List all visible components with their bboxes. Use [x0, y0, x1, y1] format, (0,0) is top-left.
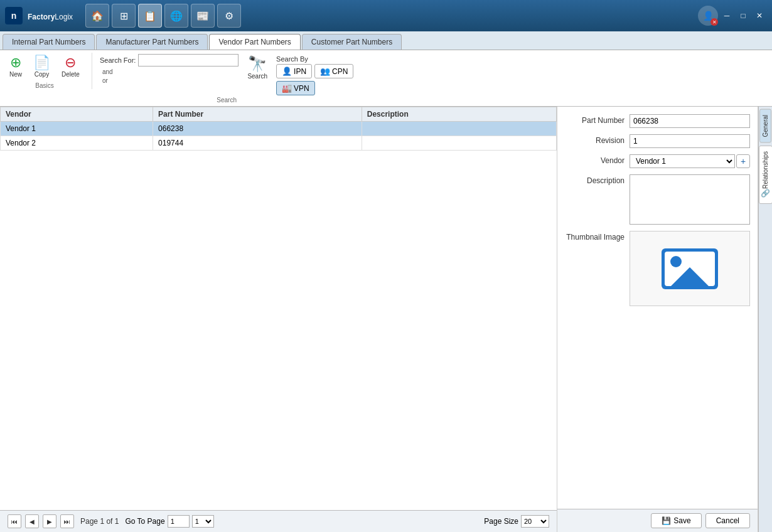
- page-label: Page: [80, 517, 98, 526]
- side-tabs: General 🔗Relationships: [758, 107, 772, 532]
- cancel-button[interactable]: Cancel: [705, 513, 750, 528]
- revision-label: Revision: [565, 134, 625, 145]
- close-button[interactable]: ✕: [752, 8, 767, 23]
- nav-settings[interactable]: ⚙: [217, 4, 241, 28]
- relationships-icon: 🔗: [761, 189, 770, 198]
- data-area: Vendor Part Number Description Vendor 1 …: [0, 107, 772, 532]
- cell-vendor: Vendor 1: [1, 122, 153, 136]
- table-row[interactable]: Vendor 2 019744: [1, 136, 557, 151]
- search-button[interactable]: 🔭 Search: [244, 54, 271, 81]
- description-textarea[interactable]: [630, 174, 750, 225]
- copy-button[interactable]: 📄 Copy: [29, 53, 55, 81]
- restore-button[interactable]: □: [736, 8, 751, 23]
- col-description: Description: [362, 107, 556, 122]
- of-label: of: [106, 517, 112, 526]
- toolbar-search-group: Search For: and or 🔭 Search Search By: [100, 53, 362, 104]
- tab-vendor[interactable]: Vendor Part Numbers: [209, 34, 300, 50]
- cancel-label: Cancel: [716, 516, 739, 525]
- col-part-number: Part Number: [153, 107, 362, 122]
- nav-report[interactable]: 📰: [191, 4, 215, 28]
- goto-label: Go To Page: [125, 517, 164, 526]
- new-icon: ⊕: [10, 56, 21, 70]
- page-info: Page 1 of 1: [80, 517, 119, 526]
- search-for-row: Search For:: [100, 54, 239, 66]
- description-label: Description: [565, 174, 625, 185]
- new-label: New: [9, 71, 22, 78]
- next-page-button[interactable]: ▶: [43, 514, 56, 528]
- search-fields: Search For: and or: [100, 54, 239, 84]
- minimize-button[interactable]: ─: [719, 8, 734, 23]
- search-for-label: Search For:: [100, 56, 136, 64]
- thumbnail-row: Thumbnail Image: [565, 231, 750, 306]
- search-or-row: or: [100, 77, 239, 84]
- titlebar: n FactoryLogix 🏠 ⊞ 📋 🌐 📰 ⚙ 👤✕ ─ □ ✕: [0, 0, 772, 31]
- table-area: Vendor Part Number Description Vendor 1 …: [0, 107, 557, 532]
- table-scroll[interactable]: Vendor Part Number Description Vendor 1 …: [0, 107, 557, 510]
- goto-input[interactable]: [168, 515, 190, 528]
- search-button-label: Search: [247, 73, 267, 80]
- revision-input[interactable]: [630, 134, 750, 148]
- delete-label: Delete: [62, 71, 80, 78]
- description-row: Description: [565, 174, 750, 225]
- search-by-section: Search By 👤 IPN 👥 CPN 🏭: [276, 54, 353, 95]
- thumbnail-area[interactable]: [630, 231, 750, 306]
- search-by-vpn[interactable]: 🏭 VPN: [276, 81, 315, 95]
- first-page-button[interactable]: ⏮: [8, 514, 21, 528]
- vendor-select[interactable]: Vendor 1 Vendor 2: [630, 154, 735, 168]
- cell-description: [362, 136, 556, 151]
- cell-vendor: Vendor 2: [1, 136, 153, 151]
- thumbnail-label: Thumbnail Image: [565, 231, 625, 242]
- search-by-title: Search By: [276, 55, 353, 63]
- goto-select[interactable]: 1: [192, 515, 214, 528]
- nav-grid[interactable]: ⊞: [112, 4, 136, 28]
- and-label: and: [100, 68, 113, 75]
- last-page-button[interactable]: ⏭: [60, 514, 74, 528]
- tab-internal[interactable]: Internal Part Numbers: [3, 34, 95, 50]
- tab-manufacturer[interactable]: Manufacturer Part Numbers: [96, 34, 208, 50]
- search-by-buttons: 👤 IPN 👥 CPN: [276, 64, 353, 78]
- toolbar-basics-group: ⊕ New 📄 Copy ⊖ Delete Basics: [5, 53, 92, 89]
- cpn-icon: 👥: [320, 66, 330, 76]
- vpn-icon: 🏭: [282, 83, 292, 93]
- ipn-icon: 👤: [282, 66, 292, 76]
- page-size-select[interactable]: 20 50 100: [521, 515, 549, 528]
- tab-bar: Internal Part Numbers Manufacturer Part …: [0, 31, 772, 50]
- vendor-add-button[interactable]: +: [736, 154, 750, 168]
- col-vendor: Vendor: [1, 107, 153, 122]
- user-status-icon: ✕: [710, 18, 718, 26]
- prev-page-button[interactable]: ◀: [25, 514, 39, 528]
- vendor-select-wrap: Vendor 1 Vendor 2 +: [630, 154, 750, 168]
- vpn-label: VPN: [294, 84, 309, 93]
- save-label: Save: [673, 516, 690, 525]
- user-avatar[interactable]: 👤✕: [698, 6, 718, 26]
- nav-clipboard[interactable]: 📋: [138, 4, 162, 28]
- delete-button[interactable]: ⊖ Delete: [57, 53, 84, 81]
- save-button[interactable]: 💾 Save: [651, 513, 701, 528]
- nav-home[interactable]: 🏠: [85, 4, 109, 28]
- page-current: 1: [100, 517, 104, 526]
- detail-panel: Part Number Revision Vendor Vendor 1 Ven…: [557, 107, 758, 532]
- app-logo: n: [5, 7, 23, 24]
- tab-customer[interactable]: Customer Part Numbers: [302, 34, 402, 50]
- ipn-label: IPN: [294, 67, 306, 76]
- search-input[interactable]: [138, 54, 239, 66]
- new-button[interactable]: ⊕ New: [5, 53, 26, 81]
- vendor-row: Vendor Vendor 1 Vendor 2 +: [565, 154, 750, 168]
- nav-globe[interactable]: 🌐: [164, 4, 188, 28]
- table-body: Vendor 1 066238 Vendor 2 019744: [1, 122, 557, 151]
- table-row[interactable]: Vendor 1 066238: [1, 122, 557, 136]
- search-binoculars-icon: 🔭: [248, 55, 267, 73]
- revision-row: Revision: [565, 134, 750, 148]
- basics-buttons: ⊕ New 📄 Copy ⊖ Delete: [5, 53, 84, 81]
- side-tab-relationships[interactable]: 🔗Relationships: [759, 146, 773, 204]
- page-size-label: Page Size: [484, 517, 518, 526]
- cpn-label: CPN: [332, 67, 348, 76]
- search-by-cpn[interactable]: 👥 CPN: [314, 64, 353, 78]
- or-label: or: [100, 77, 108, 84]
- main-area: Internal Part Numbers Manufacturer Part …: [0, 31, 772, 532]
- cell-part-number: 019744: [153, 136, 362, 151]
- part-number-input[interactable]: [630, 114, 750, 128]
- nav-bar: 🏠 ⊞ 📋 🌐 📰 ⚙: [85, 4, 698, 28]
- side-tab-general[interactable]: General: [759, 109, 771, 143]
- search-by-ipn[interactable]: 👤 IPN: [276, 64, 312, 78]
